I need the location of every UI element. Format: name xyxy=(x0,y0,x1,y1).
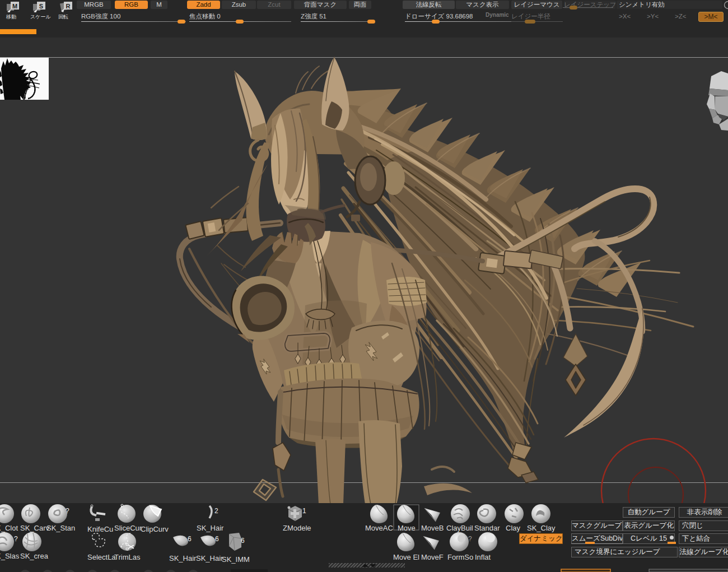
svg-text:M: M xyxy=(12,3,17,10)
svg-text:S: S xyxy=(39,3,43,10)
svg-text:R: R xyxy=(66,3,71,10)
